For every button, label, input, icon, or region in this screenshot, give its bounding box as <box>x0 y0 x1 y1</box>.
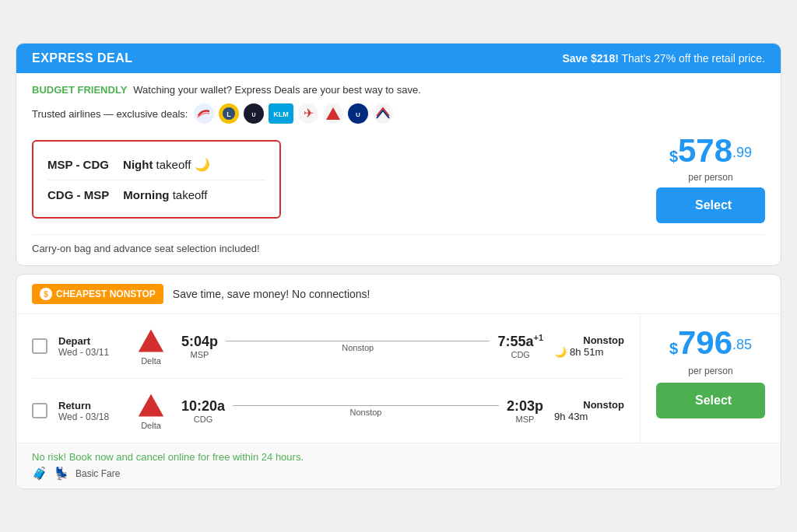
nonstop-price-display: $796.85 <box>669 327 752 359</box>
return-duration-label: Nonstop <box>554 399 624 411</box>
american-icon <box>373 103 393 124</box>
return-date: Wed - 03/18 <box>58 411 121 422</box>
return-dep-time: 10:20a <box>181 398 225 415</box>
flight-details-box: MSP - CDG Night takeoff 🌙 CDG - MSP Morn… <box>32 140 281 219</box>
depart-duration-label: Nonstop <box>554 334 624 346</box>
nonstop-footer-text: No risk! Book now and cancel online for … <box>32 451 765 463</box>
depart-date: Wed - 03/11 <box>58 347 121 358</box>
budget-friendly-label: BUDGET FRIENDLY <box>32 84 127 96</box>
depart-label: Depart <box>58 335 121 347</box>
nonstop-body: Depart Wed - 03/11 Delta 5:04p <box>16 314 781 443</box>
nonstop-price-main: 796 <box>678 324 732 361</box>
moon-icon: 🌙 <box>195 158 210 171</box>
svg-text:U: U <box>252 112 256 117</box>
depart-duration-time: 🌙 8h 51m <box>554 346 624 358</box>
main-container: EXPRESS DEAL Save $218! That's 27% off t… <box>16 43 781 489</box>
express-deal-savings: Save $218! That's 27% off the retail pri… <box>562 52 765 65</box>
return-arr-airport: MSP <box>516 415 535 424</box>
svg-marker-16 <box>139 394 163 417</box>
delta-small-icon <box>323 103 343 124</box>
return-info: Return Wed - 03/18 <box>58 400 121 422</box>
basic-fare-label: Basic Fare <box>75 468 120 479</box>
outbound-route: MSP - CDG <box>47 158 109 171</box>
nonstop-per-person: per person <box>688 366 732 376</box>
budget-row: BUDGET FRIENDLY Watching your wallet? Ex… <box>32 84 765 96</box>
depart-route-line: Nonstop <box>226 341 490 352</box>
nonstop-flights: Depart Wed - 03/11 Delta 5:04p <box>16 314 640 443</box>
nonstop-header: $ CHEAPEST NONSTOP Save time, save money… <box>16 275 781 314</box>
svg-text:U: U <box>356 111 361 118</box>
return-arr-time: 2:03p <box>507 398 543 415</box>
return-route: 10:20a CDG Nonstop 2:03p MSP <box>181 398 543 424</box>
svg-text:L: L <box>227 110 232 118</box>
delta-logo <box>137 327 165 355</box>
depart-arr-super: +1 <box>533 333 543 342</box>
depart-arr-airport: CDG <box>511 350 529 359</box>
depart-duration: Nonstop 🌙 8h 51m <box>554 334 624 358</box>
svg-point-14 <box>373 103 393 124</box>
lufthansa-icon: L <box>219 103 239 124</box>
express-select-button[interactable]: Select <box>656 187 765 223</box>
southwest-icon <box>194 103 214 124</box>
nonstop-card: $ CHEAPEST NONSTOP Save time, save money… <box>16 274 781 489</box>
express-price-select: $578.99 per person Select <box>656 135 765 223</box>
dollar-circle-icon: $ <box>40 288 52 300</box>
express-price-cents: .99 <box>732 145 752 160</box>
nonstop-select-button[interactable]: Select <box>656 383 765 418</box>
moon-depart-icon: 🌙 <box>554 346 567 358</box>
express-price-display: $578.99 <box>669 135 752 167</box>
depart-route: 5:04p MSP Nonstop 7:55a+1 CDG <box>181 333 543 359</box>
return-time-suffix: takeoff <box>173 188 208 201</box>
return-nonstop-label: Nonstop <box>350 408 382 417</box>
depart-nonstop-label: Nonstop <box>342 343 374 352</box>
return-dep-airport: CDG <box>194 415 212 424</box>
express-deal-card: EXPRESS DEAL Save $218! That's 27% off t… <box>16 43 781 266</box>
depart-info: Depart Wed - 03/11 <box>58 335 121 358</box>
depart-checkbox[interactable] <box>32 338 47 354</box>
nonstop-tagline: Save time, save money! No connections! <box>173 288 370 300</box>
express-price-dollar: $ <box>669 148 678 165</box>
klm-icon: KLM <box>269 103 293 124</box>
airlines-row: Trusted airlines — exclusive deals: L <box>32 103 765 124</box>
svg-text:KLM: KLM <box>274 110 290 118</box>
return-airline-logo: Delta <box>132 391 170 430</box>
depart-dep-airport: MSP <box>191 350 209 359</box>
return-duration-time: 9h 43m <box>554 411 624 422</box>
nonstop-price-dollar: $ <box>669 340 678 357</box>
cheapest-nonstop-badge: $ CHEAPEST NONSTOP <box>32 284 163 304</box>
seat-icon: 💺 <box>54 466 69 481</box>
express-body: BUDGET FRIENDLY Watching your wallet? Ex… <box>16 73 781 265</box>
return-route-line: Nonstop <box>233 405 499 417</box>
svg-text:✈: ✈ <box>304 107 314 120</box>
airline-icons: L U KLM ✈ <box>194 103 393 124</box>
aircanada-icon: ✈ <box>298 103 318 124</box>
nonstop-price-select: $796.85 per person Select <box>640 314 781 443</box>
return-flight-row: CDG - MSP Morning takeoff <box>47 180 265 209</box>
savings-text: That's 27% off the retail price. <box>621 52 765 65</box>
cheapest-badge-label: CHEAPEST NONSTOP <box>56 289 156 299</box>
depart-airline-name: Delta <box>141 356 161 366</box>
nonstop-footer-sub: 🧳 💺 Basic Fare <box>32 466 765 481</box>
united-icon: U <box>244 103 264 124</box>
depart-arr-time: 7:55a+1 <box>497 333 543 350</box>
outbound-flight-row: MSP - CDG Night takeoff 🌙 <box>47 149 265 180</box>
outbound-time-suffix: takeoff <box>156 158 191 171</box>
return-route: CDG - MSP <box>47 188 109 201</box>
return-airline-name: Delta <box>141 421 161 430</box>
express-main: MSP - CDG Night takeoff 🌙 CDG - MSP Morn… <box>32 135 765 223</box>
express-deal-title: EXPRESS DEAL <box>32 51 133 65</box>
nonstop-flights-area: Depart Wed - 03/11 Delta 5:04p <box>16 314 640 443</box>
outbound-time-label: Night <box>123 158 153 171</box>
depart-airline-logo: Delta <box>132 327 170 366</box>
delta-logo-return <box>137 391 165 419</box>
return-time-label: Morning <box>123 188 169 201</box>
return-label: Return <box>58 400 121 411</box>
budget-text: Watching your wallet? Express Deals are … <box>133 84 420 96</box>
express-price-main: 578 <box>678 132 732 169</box>
return-checkbox[interactable] <box>32 403 47 418</box>
airlines-label: Trusted airlines — exclusive deals: <box>32 108 188 120</box>
return-flight-row: Return Wed - 03/18 Delta 10:20a <box>32 379 624 443</box>
express-header: EXPRESS DEAL Save $218! That's 27% off t… <box>16 44 781 73</box>
savings-amount: Save $218! <box>562 52 618 65</box>
luggage-icon: 🧳 <box>32 466 47 481</box>
